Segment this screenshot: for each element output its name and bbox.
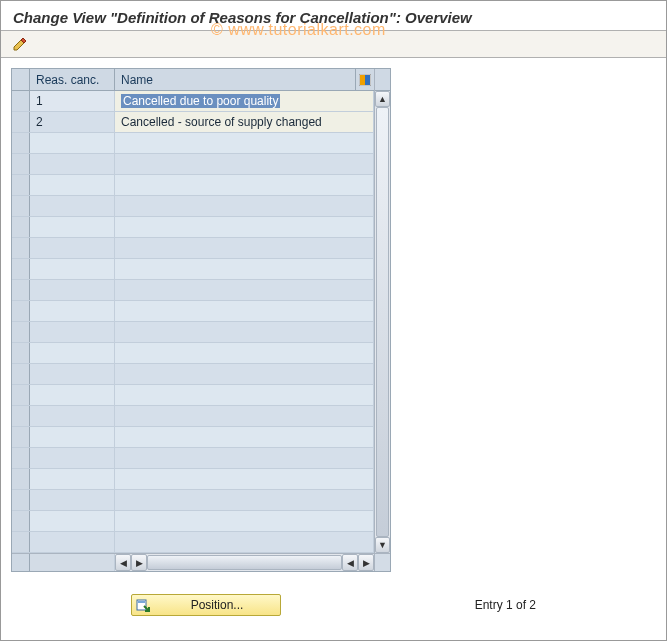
cell-name[interactable]: [115, 238, 374, 258]
row-selector[interactable]: [12, 406, 30, 426]
cell-name[interactable]: [115, 511, 374, 531]
cell-reas[interactable]: [30, 427, 115, 447]
table-row: [12, 532, 374, 553]
cell-reas[interactable]: [30, 217, 115, 237]
table-row: [12, 280, 374, 301]
table-row: [12, 511, 374, 532]
table-row: [12, 364, 374, 385]
cell-name[interactable]: [115, 217, 374, 237]
cell-name[interactable]: [115, 175, 374, 195]
cell-name[interactable]: [115, 133, 374, 153]
cell-name[interactable]: [115, 301, 374, 321]
row-selector[interactable]: [12, 511, 30, 531]
cell-reas[interactable]: [30, 280, 115, 300]
row-selector[interactable]: [12, 427, 30, 447]
table-row: [12, 154, 374, 175]
row-selector[interactable]: [12, 133, 30, 153]
cell-name[interactable]: [115, 322, 374, 342]
scroll-left-button-2[interactable]: ▶: [131, 554, 147, 571]
scroll-right-button[interactable]: ▶: [358, 554, 374, 571]
cell-name[interactable]: [115, 448, 374, 468]
cell-name[interactable]: [115, 364, 374, 384]
cell-name[interactable]: [115, 280, 374, 300]
cell-name[interactable]: [115, 406, 374, 426]
cell-name[interactable]: [115, 385, 374, 405]
table-row: [12, 448, 374, 469]
cell-name[interactable]: [115, 427, 374, 447]
cell-reas[interactable]: [30, 448, 115, 468]
cell-reas[interactable]: 2: [30, 112, 115, 132]
cell-reas[interactable]: [30, 259, 115, 279]
header-row: Reas. canc. Name: [12, 69, 374, 91]
scroll-track[interactable]: [375, 107, 390, 537]
row-selector[interactable]: [12, 112, 30, 132]
cell-reas[interactable]: [30, 406, 115, 426]
row-selector[interactable]: [12, 469, 30, 489]
scroll-down-button[interactable]: ▼: [375, 537, 390, 553]
row-selector[interactable]: [12, 301, 30, 321]
cell-reas[interactable]: [30, 385, 115, 405]
column-header-reas[interactable]: Reas. canc.: [30, 69, 115, 90]
cell-name[interactable]: [115, 154, 374, 174]
hscroll-track[interactable]: [147, 554, 342, 571]
cell-reas[interactable]: [30, 322, 115, 342]
cell-reas[interactable]: [30, 490, 115, 510]
cell-reas[interactable]: [30, 532, 115, 552]
row-selector[interactable]: [12, 448, 30, 468]
cell-reas[interactable]: [30, 364, 115, 384]
table-row: [12, 217, 374, 238]
position-label: Position...: [158, 598, 276, 612]
cell-reas[interactable]: [30, 343, 115, 363]
cell-name[interactable]: [115, 343, 374, 363]
cell-name[interactable]: [115, 490, 374, 510]
row-selector[interactable]: [12, 364, 30, 384]
table-row: [12, 301, 374, 322]
hscroll-thumb[interactable]: [147, 555, 342, 570]
table-row: [12, 385, 374, 406]
row-selector[interactable]: [12, 280, 30, 300]
svg-rect-4: [138, 601, 145, 603]
row-selector[interactable]: [12, 532, 30, 552]
cell-reas[interactable]: [30, 469, 115, 489]
cell-reas[interactable]: [30, 238, 115, 258]
cell-reas[interactable]: [30, 511, 115, 531]
row-selector[interactable]: [12, 343, 30, 363]
position-button[interactable]: Position...: [131, 594, 281, 616]
cell-name[interactable]: [115, 532, 374, 552]
row-selector[interactable]: [12, 217, 30, 237]
row-selector[interactable]: [12, 196, 30, 216]
row-selector[interactable]: [12, 322, 30, 342]
cell-reas[interactable]: [30, 133, 115, 153]
table-row: [12, 490, 374, 511]
cell-reas[interactable]: [30, 175, 115, 195]
column-header-name[interactable]: Name: [115, 69, 356, 90]
edit-button[interactable]: [9, 34, 31, 54]
select-all-header[interactable]: [12, 69, 30, 90]
row-selector[interactable]: [12, 238, 30, 258]
cell-name[interactable]: [115, 469, 374, 489]
table-row: 1 Cancelled due to poor quality: [12, 91, 374, 112]
row-selector[interactable]: [12, 259, 30, 279]
table-config-icon: [359, 74, 371, 86]
configure-columns-button[interactable]: [356, 69, 374, 90]
row-selector[interactable]: [12, 385, 30, 405]
cell-name[interactable]: [115, 259, 374, 279]
row-selector[interactable]: [12, 91, 30, 111]
row-selector[interactable]: [12, 154, 30, 174]
vertical-scrollbar[interactable]: ▲ ▼: [374, 69, 390, 553]
scroll-up-button[interactable]: ▲: [375, 91, 390, 107]
horizontal-scrollbar[interactable]: ◀ ▶ ◀ ▶: [12, 553, 390, 571]
cell-reas[interactable]: [30, 196, 115, 216]
grid: Reas. canc. Name 1 Cancelled due to poor…: [12, 69, 374, 553]
row-selector[interactable]: [12, 490, 30, 510]
row-selector[interactable]: [12, 175, 30, 195]
scroll-left-button[interactable]: ◀: [115, 554, 131, 571]
scroll-right-button-2[interactable]: ◀: [342, 554, 358, 571]
cell-reas[interactable]: [30, 301, 115, 321]
scroll-thumb[interactable]: [376, 107, 389, 537]
cell-name[interactable]: Cancelled - source of supply changed: [115, 112, 374, 132]
cell-reas[interactable]: [30, 154, 115, 174]
cell-reas[interactable]: 1: [30, 91, 115, 111]
cell-name[interactable]: Cancelled due to poor quality: [115, 91, 374, 111]
cell-name[interactable]: [115, 196, 374, 216]
